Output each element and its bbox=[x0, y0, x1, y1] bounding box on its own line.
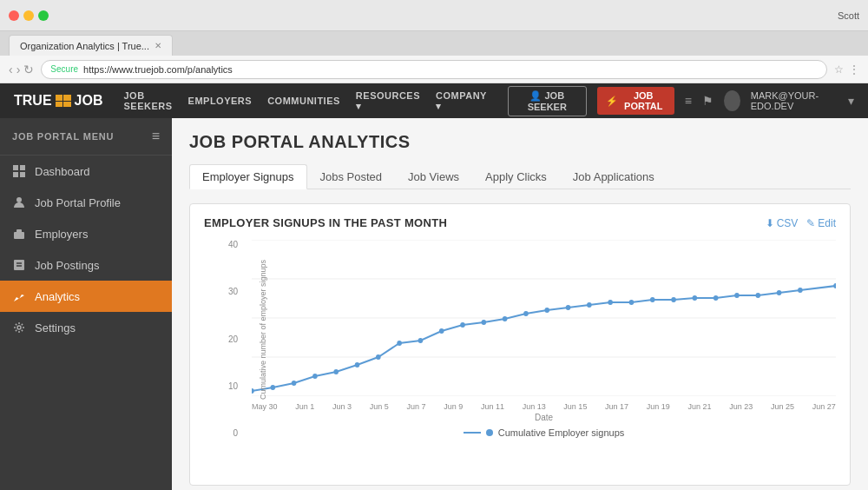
sidebar-item-label: Analytics bbox=[35, 290, 80, 303]
menu-icon[interactable]: ⋮ bbox=[849, 63, 859, 76]
edit-icon: ✎ bbox=[806, 217, 815, 229]
legend-label: Cumulative Employer signups bbox=[498, 427, 625, 438]
address-bar-row: ‹ › ↻ Secure https://www.truejob.com/p/a… bbox=[0, 56, 868, 83]
forward-icon[interactable]: › bbox=[16, 63, 21, 76]
svg-point-25 bbox=[439, 328, 444, 334]
y-tick-0: 0 bbox=[233, 428, 238, 438]
tab-apply-clicks[interactable]: Apply Clicks bbox=[472, 164, 560, 189]
logo: TRUE JOB bbox=[14, 93, 102, 109]
svg-point-40 bbox=[755, 293, 760, 298]
minimize-button[interactable] bbox=[23, 10, 34, 21]
sidebar-menu-title: JOB PORTAL MENU bbox=[12, 131, 114, 142]
sidebar-item-label: Job Postings bbox=[35, 259, 99, 272]
svg-point-29 bbox=[523, 311, 529, 316]
x-tick-jun23: Jun 23 bbox=[729, 402, 753, 411]
nav-employers[interactable]: EMPLOYERS bbox=[188, 96, 253, 106]
star-icon[interactable]: ☆ bbox=[834, 63, 844, 76]
svg-point-36 bbox=[671, 297, 676, 302]
svg-point-21 bbox=[355, 362, 360, 368]
job-portal-button[interactable]: ⚡ JOB PORTAL bbox=[597, 87, 674, 115]
chart-legend: Cumulative Employer signups bbox=[252, 427, 836, 438]
tab-job-views[interactable]: Job Views bbox=[395, 164, 472, 189]
chart-header: EMPLOYER SIGNUPS IN THE PAST MONTH ⬇ CSV… bbox=[204, 216, 836, 229]
tab-employer-signups[interactable]: Employer Signups bbox=[189, 164, 307, 189]
tab-close-icon[interactable]: ✕ bbox=[155, 41, 161, 50]
sidebar-item-settings[interactable]: Settings bbox=[0, 312, 172, 343]
svg-point-38 bbox=[713, 295, 719, 301]
sidebar: JOB PORTAL MENU ≡ Dashboard Job Portal P… bbox=[0, 118, 172, 490]
nav-company[interactable]: COMPANY ▾ bbox=[436, 90, 487, 112]
svg-point-20 bbox=[333, 369, 339, 374]
sidebar-item-profile[interactable]: Job Portal Profile bbox=[0, 187, 172, 218]
svg-point-23 bbox=[397, 341, 402, 346]
browser-actions: ☆ ⋮ bbox=[834, 63, 859, 76]
browser-tab[interactable]: Organization Analytics | True... ✕ bbox=[9, 35, 173, 56]
svg-point-24 bbox=[418, 338, 424, 343]
svg-point-31 bbox=[566, 305, 571, 310]
nav-dots-icon[interactable]: ≡ bbox=[685, 94, 692, 108]
employers-icon bbox=[12, 227, 26, 241]
edit-button[interactable]: ✎ Edit bbox=[806, 217, 836, 229]
nav-communities[interactable]: COMMUNITIES bbox=[267, 96, 340, 106]
x-tick-jun21: Jun 21 bbox=[688, 402, 712, 411]
job-seeker-icon: 👤 bbox=[529, 90, 542, 101]
nav-arrows: ‹ › ↻ bbox=[9, 63, 34, 76]
y-tick-40: 40 bbox=[228, 240, 238, 249]
url-text: https://www.truejob.com/p/analytics bbox=[83, 64, 233, 75]
legend-line bbox=[464, 432, 481, 434]
sidebar-item-label: Employers bbox=[35, 228, 88, 241]
svg-point-4 bbox=[16, 197, 22, 202]
y-tick-10: 10 bbox=[228, 381, 238, 391]
refresh-icon[interactable]: ↻ bbox=[23, 63, 34, 76]
x-tick-jun5: Jun 5 bbox=[370, 402, 389, 411]
sidebar-toggle-icon[interactable]: ≡ bbox=[152, 129, 160, 144]
svg-point-26 bbox=[460, 322, 465, 328]
nav-flag-icon[interactable]: ⚑ bbox=[702, 94, 713, 108]
svg-point-18 bbox=[292, 381, 297, 386]
sidebar-item-job-postings[interactable]: Job Postings bbox=[0, 249, 172, 281]
svg-point-39 bbox=[734, 293, 740, 298]
job-seeker-button[interactable]: 👤 JOB SEEKER bbox=[508, 86, 587, 116]
download-icon: ⬇ bbox=[766, 217, 774, 229]
svg-point-43 bbox=[833, 283, 836, 288]
svg-rect-5 bbox=[14, 232, 24, 239]
main-content: JOB PORTAL ANALYTICS Employer Signups Jo… bbox=[172, 118, 868, 490]
top-nav: TRUE JOB JOB SEEKERS EMPLOYERS COMMUNITI… bbox=[0, 83, 868, 118]
svg-rect-0 bbox=[13, 165, 18, 170]
close-button[interactable] bbox=[9, 10, 19, 21]
x-tick-jun25: Jun 25 bbox=[771, 402, 794, 411]
y-tick-30: 30 bbox=[228, 287, 238, 296]
x-tick-jun9: Jun 9 bbox=[444, 402, 463, 411]
svg-point-30 bbox=[544, 308, 549, 313]
csv-button[interactable]: ⬇ CSV bbox=[766, 217, 799, 229]
address-bar[interactable]: Secure https://www.truejob.com/p/analyti… bbox=[41, 60, 827, 79]
sidebar-header: JOB PORTAL MENU ≡ bbox=[0, 118, 172, 156]
nav-user-chevron-icon[interactable]: ▾ bbox=[848, 94, 854, 108]
svg-rect-2 bbox=[13, 172, 18, 177]
tab-jobs-posted[interactable]: Jobs Posted bbox=[307, 164, 396, 189]
sidebar-item-dashboard[interactable]: Dashboard bbox=[0, 156, 172, 187]
svg-point-42 bbox=[798, 288, 803, 293]
svg-rect-7 bbox=[14, 260, 24, 270]
sidebar-item-analytics[interactable]: Analytics bbox=[0, 281, 172, 312]
maximize-button[interactable] bbox=[38, 10, 49, 21]
chart-svg bbox=[252, 240, 836, 396]
settings-icon bbox=[12, 321, 26, 334]
sidebar-item-label: Dashboard bbox=[35, 165, 90, 178]
nav-links: JOB SEEKERS EMPLOYERS COMMUNITIES RESOUR… bbox=[123, 90, 486, 112]
nav-job-seekers[interactable]: JOB SEEKERS bbox=[123, 90, 172, 111]
app-layout: JOB PORTAL MENU ≡ Dashboard Job Portal P… bbox=[0, 118, 868, 490]
nav-resources[interactable]: RESOURCES ▾ bbox=[356, 90, 420, 112]
logo-text-pre: TRUE bbox=[14, 93, 52, 109]
sidebar-item-employers[interactable]: Employers bbox=[0, 218, 172, 249]
tab-job-applications[interactable]: Job Applications bbox=[560, 164, 667, 189]
svg-rect-1 bbox=[20, 165, 25, 170]
browser-chrome: Scott bbox=[0, 0, 868, 31]
svg-point-10 bbox=[17, 326, 21, 329]
profile-icon bbox=[12, 195, 26, 209]
dashboard-icon bbox=[12, 164, 26, 178]
traffic-lights bbox=[9, 10, 49, 21]
x-tick-may30: May 30 bbox=[252, 402, 278, 411]
back-icon[interactable]: ‹ bbox=[9, 63, 13, 76]
svg-point-33 bbox=[608, 300, 613, 305]
